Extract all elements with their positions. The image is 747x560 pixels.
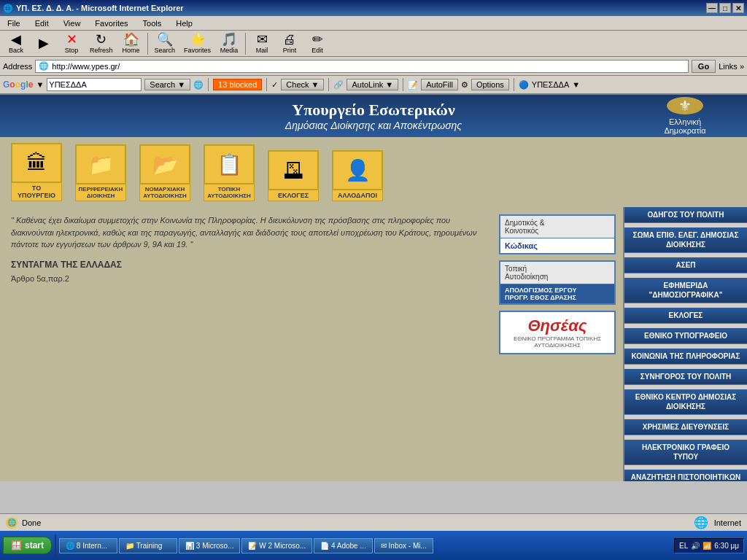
go-button[interactable]: Go	[692, 60, 716, 73]
sidebar-anazitisi[interactable]: ΑΝΑΖΗΤΗΣΗ ΠΙΣΤΟΠΟΙΗΤΙΚΩΝ	[624, 470, 747, 481]
google-separator-3	[328, 78, 329, 91]
taskbar-ms1[interactable]: 📊 3 Microso...	[179, 538, 240, 553]
options-icon: ⚙	[461, 80, 468, 90]
eklogi-icon: 🗳	[268, 150, 319, 190]
topiki-label: ΤΟΠΙΚΗ ΑΥΤΟΔΙΟΙΚΗΣΗ	[204, 184, 255, 201]
lang-indicator[interactable]: EL	[679, 542, 688, 550]
eklogi-label: ΕΚΛΟΓΕΣ	[268, 190, 319, 201]
google-search-input[interactable]	[47, 78, 142, 91]
ministry-icon: 🏛	[11, 143, 62, 183]
nav-peripheral[interactable]: 📁 ΠΕΡΙΦΕΡΕΙΑΚΗ ΔΙΟΙΚΗΣΗ	[71, 144, 130, 201]
taskbar-inbox[interactable]: ✉ Inbox - Mi...	[374, 538, 433, 553]
home-button[interactable]: 🏠 Home	[118, 31, 144, 56]
sidebar-asep[interactable]: ΑΣΕΠ	[624, 257, 747, 273]
google-dropdown-arrow[interactable]: ▼	[36, 80, 44, 89]
constitution-ref: Άρθρο 5α,παρ.2	[11, 273, 481, 285]
google-logo: Google	[3, 79, 33, 90]
sidebar-odigos[interactable]: ΟΔΗΓΟΣ ΤΟΥ ΠΟΛΙΤΗ	[624, 207, 747, 223]
windows-icon: 🪟	[11, 540, 22, 551]
nav-topiki[interactable]: 📋 ΤΟΠΙΚΗ ΑΥΤΟΔΙΟΙΚΗΣΗ	[200, 144, 258, 201]
taskbar-word[interactable]: 📝 W 2 Microso...	[241, 538, 312, 553]
nav-bar: 🏛 ΤΟ ΥΠΟΥΡΓΕΙΟ 📁 ΠΕΡΙΦΕΡΕΙΑΚΗ ΔΙΟΙΚΗΣΗ 📂…	[0, 137, 747, 207]
edit-button[interactable]: ✏ Edit	[304, 31, 330, 56]
links-button[interactable]: Links »	[719, 62, 744, 71]
allodapoi-label: ΑΛΛΟΔΑΠΟΙ	[332, 190, 383, 201]
maximize-button[interactable]: □	[719, 3, 731, 13]
print-button[interactable]: 🖨 Print	[276, 31, 303, 56]
toolbar-separator	[147, 33, 148, 55]
start-button[interactable]: 🪟 start	[3, 537, 52, 554]
sidebar-eklogi[interactable]: ΕΚΛΟΓΕΣ	[624, 308, 747, 324]
settings-arrow[interactable]: ▼	[572, 80, 580, 89]
stop-button[interactable]: ✕ Stop	[58, 31, 85, 56]
back-button[interactable]: ◀ Back	[3, 31, 29, 56]
apologia-box[interactable]: ΤοπικήΑυτοδιοίκηση ΑΠΟΛΟΓΙΣΜΟΣ ΕΡΓΟΥΠΡΟΓ…	[499, 260, 616, 305]
title-bar: 🌐 ΥΠ. ΕΣ. Δ. Δ. Α. - Microsoft Internet …	[0, 0, 747, 16]
clock: 6:30 μμ	[714, 542, 739, 550]
window-title: ΥΠ. ΕΣ. Δ. Δ. Α. - Microsoft Internet Ex…	[16, 4, 184, 12]
taskbar-training[interactable]: 📁 Training	[119, 538, 177, 553]
forward-icon: ▶	[39, 36, 49, 50]
nav-ministry[interactable]: 🏛 ΤΟ ΥΠΟΥΡΓΕΙΟ	[7, 143, 66, 201]
media-icon: 🎵	[221, 33, 237, 46]
menu-edit[interactable]: Edit	[31, 18, 53, 29]
topiki-icon: 📋	[204, 144, 255, 184]
autolink-button[interactable]: AutoLink ▼	[347, 79, 398, 90]
theseas-box[interactable]: Θησέας ΕΘΝΙΚΟ ΠΡΟΓΡΑΜΜΑ ΤΟΠΙΚΗΣ ΑΥΤΟΔΙΟΙ…	[499, 311, 616, 354]
toolbar: ◀ Back ▶ ✕ Stop ↻ Refresh 🏠 Home 🔍 Searc…	[0, 31, 747, 57]
blocked-button[interactable]: 13 blocked	[213, 79, 262, 90]
google-search-button[interactable]: Search ▼	[144, 79, 190, 90]
taskbar-ie[interactable]: 🌐 8 Intern...	[59, 538, 117, 553]
folder-icon: 📁	[125, 542, 134, 550]
forward-button[interactable]: ▶	[31, 34, 57, 52]
toolbar-separator-2	[245, 33, 246, 55]
nav-eklogi[interactable]: 🗳 ΕΚΛΟΓΕΣ	[264, 150, 322, 201]
google-separator	[208, 78, 209, 91]
mail-taskbar-icon: ✉	[381, 542, 387, 550]
internet-icon: 🌐	[694, 516, 708, 529]
site-header: Υπουργείο Εσωτερικών Δημόσιας Διοίκησης …	[0, 95, 747, 137]
sidebar-koinonia[interactable]: ΚΟΙΝΩΝΙΑ ΤΗΣ ΠΛΗΡΟΦΟΡΙΑΣ	[624, 349, 747, 365]
options-button[interactable]: Options	[471, 79, 509, 90]
theseas-subtext: ΕΘΝΙΚΟ ΠΡΟΓΡΑΜΜΑ ΤΟΠΙΚΗΣ ΑΥΤΟΔΙΟΙΚΗΣΗΣ	[510, 335, 605, 349]
menu-favorites[interactable]: Favorites	[90, 18, 132, 29]
nav-allodapoi[interactable]: 👤 ΑΛΛΟΔΑΠΟΙ	[328, 150, 387, 201]
sidebar-xrisimes[interactable]: ΧΡΗΣΙΜΕΣ ΔΙΕΥΘΥΝΣΕΙΣ	[624, 419, 747, 435]
apologia-subtext: ΑΠΟΛΟΓΙΣΜΟΣ ΕΡΓΟΥΠΡΟΓΡ. ΕΘΟΣ ΔΡΑΣΗΣ	[500, 284, 614, 303]
close-button[interactable]: ✕	[732, 3, 744, 13]
peripheral-icon: 📁	[75, 144, 126, 184]
theseas-logo: Θησέας	[510, 316, 605, 335]
network-icon: 📶	[703, 542, 711, 550]
media-button[interactable]: 🎵 Media	[216, 31, 242, 56]
google-toolbar: Google ▼ Search ▼ 🌐 13 blocked ✓ Check ▼…	[0, 76, 747, 95]
taskbar-adobe[interactable]: 📄 4 Adobe ...	[314, 538, 373, 553]
allodapoi-icon: 👤	[332, 150, 383, 190]
home-icon: 🏠	[123, 33, 139, 46]
google-separator-4	[403, 78, 403, 91]
menu-tools[interactable]: Tools	[139, 18, 166, 29]
emblem-area: ⚜ Ελληνική Δημοκρατία	[623, 95, 747, 137]
sidebar-sinigoros[interactable]: ΣΥΝΗΓΟΡΟΣ ΤΟΥ ΠΟΛΙΤΗ	[624, 369, 747, 385]
ypes-icon: 🔵	[519, 80, 529, 90]
kodikos-box[interactable]: Δημοτικός &Κοινοτικός Κώδικας	[499, 214, 616, 254]
menu-help[interactable]: Help	[171, 18, 197, 29]
sidebar-ekkd[interactable]: ΕΘΝΙΚΟ ΚΕΝΤΡΟ ΔΗΜΟΣΙΑΣ ΔΙΟΙΚΗΣΗΣ	[624, 389, 747, 415]
favorites-button[interactable]: ⭐ Favorites	[180, 31, 214, 56]
autofill-button[interactable]: AutoFill	[421, 79, 458, 90]
sidebar-efimeris[interactable]: ΕΦΗΜΕΡΙΔΑ "ΔΗΜΟΣΙΟΓΡΑΦΙΚΑ"	[624, 278, 747, 303]
status-bar: 🌐 Done 🌐 Internet	[0, 513, 747, 531]
minimize-button[interactable]: —	[706, 3, 718, 13]
menu-file[interactable]: File	[3, 18, 25, 29]
nav-nomarchiki[interactable]: 📂 ΝΟΜΑΡΧΙΑΚΗ ΑΥΤΟΔΙΟΙΚΗΣΗ	[136, 144, 194, 201]
url-input[interactable]	[52, 62, 685, 71]
refresh-button[interactable]: ↻ Refresh	[86, 31, 117, 56]
sidebar-grafio[interactable]: ΗΛΕΚΤΡΟΝΙΚΟ ΓΡΑΦΕΙΟ ΤΥΠΟΥ	[624, 440, 747, 465]
check-button[interactable]: Check ▼	[281, 79, 324, 90]
mail-button[interactable]: ✉ Mail	[249, 31, 275, 56]
search-button[interactable]: 🔍 Search	[151, 31, 179, 56]
search-icon: 🔍	[157, 33, 173, 46]
sidebar-soma[interactable]: ΣΩΜΑ ΕΠΙΘ. ΕΛΕΓ. ΔΗΜΟΣΙΑΣ ΔΙΟΙΚΗΣΗΣ	[624, 228, 747, 253]
emblem-icon: ⚜	[667, 97, 703, 114]
sidebar-ethniko[interactable]: ΕΘΝΙΚΟ ΤΥΠΟΓΡΑΦΕΙΟ	[624, 328, 747, 344]
menu-view[interactable]: View	[59, 18, 85, 29]
